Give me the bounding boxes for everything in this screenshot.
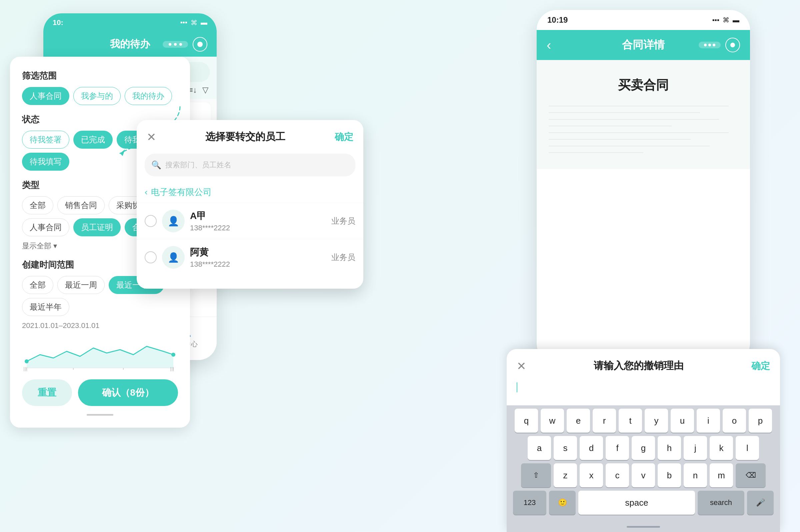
company-name: 电子签有限公司 — [151, 186, 212, 198]
key-m[interactable]: m — [710, 463, 733, 487]
employee-name-2: 阿黄 — [190, 246, 326, 259]
detail-line-7 — [549, 146, 710, 146]
detail-nav-target[interactable] — [725, 38, 740, 52]
chip-date-week[interactable]: 最近一周 — [57, 276, 105, 294]
date-section-title: 创建时间范围 — [22, 259, 74, 271]
detail-phone-time: 10:19 — [547, 15, 568, 25]
key-a[interactable]: a — [528, 436, 551, 460]
employee-search-placeholder[interactable]: 搜索部门、员工姓名 — [165, 160, 231, 170]
key-n[interactable]: n — [684, 463, 707, 487]
chip-date-halfyear[interactable]: 最近半年 — [22, 298, 69, 316]
chip-xiaosouhetong[interactable]: 销售合同 — [57, 196, 105, 214]
home-indicator — [627, 526, 660, 528]
delete-key[interactable]: ⌫ — [736, 463, 766, 487]
employee-search-icon: 🔍 — [151, 160, 161, 170]
back-button[interactable]: ‹ — [547, 38, 551, 53]
bg-signal-icon: ▪▪▪ — [180, 19, 187, 26]
key-b[interactable]: b — [658, 463, 681, 487]
chip-yuangongzhengshu[interactable]: 员工证明 — [73, 218, 121, 236]
cancel-modal-close[interactable]: ✕ — [517, 359, 526, 373]
bg-filter-icon[interactable]: ▽ — [202, 86, 208, 95]
detail-nav-dots[interactable] — [699, 42, 721, 48]
chip-date-all[interactable]: 全部 — [22, 276, 53, 294]
key-u[interactable]: u — [671, 408, 694, 433]
svg-point-1 — [25, 359, 28, 363]
shift-key[interactable]: ⇧ — [521, 463, 551, 487]
chip-yiwancheng[interactable]: 已完成 — [73, 131, 113, 149]
filter-section-title: 筛选范围 — [22, 70, 178, 82]
key-v[interactable]: v — [632, 463, 655, 487]
employee-item-1[interactable]: 👤 A甲 138****2222 业务员 — [137, 203, 363, 239]
key-o[interactable]: o — [723, 408, 746, 433]
cancel-modal-title: 请输入您的撤销理由 — [594, 359, 684, 373]
employee-name-1: A甲 — [190, 210, 326, 222]
svg-text:|||: ||| — [170, 366, 174, 371]
key-f[interactable]: f — [606, 436, 629, 460]
text-cursor — [517, 382, 517, 392]
chip-renshihetong2[interactable]: 人事合同 — [22, 218, 69, 236]
detail-line-8 — [549, 152, 643, 153]
detail-phone: 10:19 ▪▪▪ ⌘ ▬ ‹ 合同详情 买卖合同 — [537, 10, 750, 363]
confirm-button[interactable]: 确认（8份） — [78, 379, 178, 406]
key-q[interactable]: q — [515, 408, 538, 433]
key-d[interactable]: d — [580, 436, 603, 460]
employee-item-2[interactable]: 👤 阿黄 138****2222 业务员 — [137, 239, 363, 276]
key-j[interactable]: j — [684, 436, 707, 460]
chip-daiwotianxie[interactable]: 待我填写 — [22, 153, 69, 171]
employee-modal-close[interactable]: ✕ — [147, 130, 156, 144]
search-key[interactable]: search — [698, 491, 744, 515]
detail-line-6 — [549, 139, 691, 140]
bg-nav-target[interactable] — [193, 37, 207, 52]
avatar-2: 👤 — [162, 246, 185, 269]
chip-wocanyude[interactable]: 我参与的 — [73, 87, 121, 105]
chip-renshihetong[interactable]: 人事合同 — [22, 87, 69, 105]
keyboard: q w e r t y u i o p a s d f g h j k l ⇧ … — [507, 405, 780, 521]
employee-modal-title: 选择要转交的员工 — [205, 130, 285, 144]
chip-quanbu[interactable]: 全部 — [22, 196, 53, 214]
num-key[interactable]: 123 — [513, 491, 546, 515]
contract-title: 买卖合同 — [549, 77, 738, 94]
key-h[interactable]: h — [658, 436, 681, 460]
detail-line-3 — [549, 119, 719, 120]
bg-phone-time: 10: — [53, 18, 63, 27]
key-p[interactable]: p — [749, 408, 772, 433]
bg-nav-dots[interactable] — [163, 41, 188, 48]
chip-daiwosignature[interactable]: 待我签署 — [22, 131, 69, 149]
bg-phone-nav-title: 我的待办 — [110, 37, 150, 51]
key-l[interactable]: l — [736, 436, 759, 460]
cancel-input-area[interactable] — [507, 379, 780, 405]
chevron-down-icon: ▾ — [53, 242, 57, 250]
key-t[interactable]: t — [619, 408, 642, 433]
employee-phone-1: 138****2222 — [190, 224, 326, 232]
key-x[interactable]: x — [580, 463, 603, 487]
radio-1[interactable] — [145, 215, 157, 227]
key-i[interactable]: i — [697, 408, 720, 433]
avatar-1: 👤 — [162, 210, 185, 232]
key-c[interactable]: c — [606, 463, 629, 487]
mic-key[interactable]: 🎤 — [747, 491, 774, 515]
key-w[interactable]: w — [541, 408, 564, 433]
chip-wodedaiban[interactable]: 我的待办 — [125, 87, 172, 105]
cancel-modal: ✕ 请输入您的撤销理由 确定 q w e r t y u i o p a s d… — [507, 349, 780, 532]
key-s[interactable]: s — [554, 436, 577, 460]
radio-2[interactable] — [145, 251, 157, 263]
cancel-modal-confirm[interactable]: 确定 — [751, 360, 770, 372]
space-key[interactable]: space — [578, 491, 695, 515]
chevron-left-icon: ‹ — [145, 187, 148, 197]
reset-button[interactable]: 重置 — [22, 379, 72, 406]
key-r[interactable]: r — [593, 408, 616, 433]
key-z[interactable]: z — [554, 463, 577, 487]
date-range-text: 2021.01.01–2023.01.01 — [22, 321, 178, 330]
svg-point-2 — [171, 353, 175, 357]
key-e[interactable]: e — [567, 408, 590, 433]
employee-modal-confirm[interactable]: 确定 — [335, 131, 353, 143]
date-chart: ||| ||| — [22, 335, 178, 371]
key-k[interactable]: k — [710, 436, 733, 460]
detail-line-5 — [549, 132, 729, 133]
detail-signal-icon: ▪▪▪ — [712, 16, 719, 24]
emoji-key[interactable]: 🙂 — [549, 491, 576, 515]
key-y[interactable]: y — [645, 408, 668, 433]
bg-wifi-icon: ⌘ — [191, 19, 197, 27]
key-g[interactable]: g — [632, 436, 655, 460]
employee-role-1: 业务员 — [331, 216, 355, 226]
